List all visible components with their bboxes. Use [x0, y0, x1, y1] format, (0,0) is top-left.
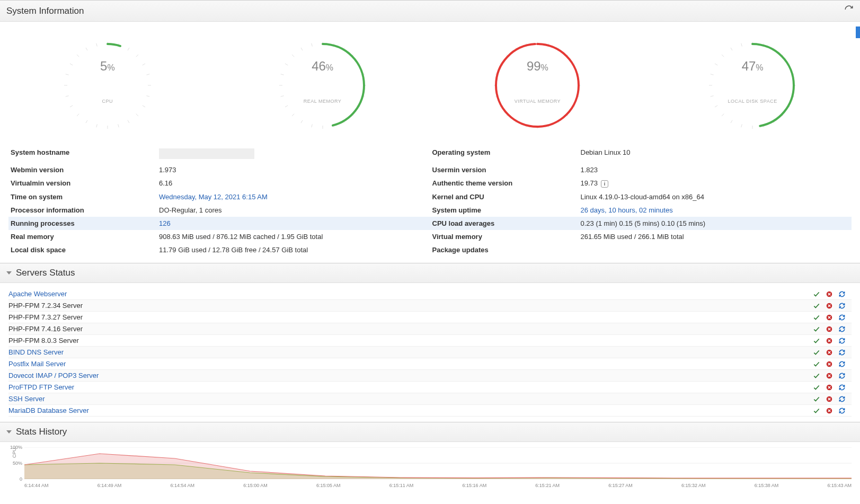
svg-line-14 [86, 120, 87, 123]
chart-xaxis: 6:14:44 AM6:14:49 AM6:14:54 AM6:15:00 AM… [24, 483, 852, 488]
status-running-icon[interactable] [812, 290, 821, 298]
status-running-icon[interactable] [812, 372, 821, 380]
server-actions [812, 348, 852, 357]
info-label: Operating system [432, 148, 581, 161]
status-running-icon[interactable] [812, 325, 821, 333]
restart-icon[interactable] [838, 406, 846, 415]
svg-line-21 [77, 55, 79, 57]
info-cell: Authentic theme version19.73i [430, 176, 852, 190]
info-value: 908.63 MiB used / 876.12 MiB cached / 1.… [159, 233, 428, 241]
stats-history-header[interactable]: Stats History [0, 422, 860, 442]
server-actions [812, 360, 852, 368]
status-running-icon[interactable] [812, 302, 821, 310]
gauge-cpu: 5% CPU [60, 38, 155, 133]
stats-history-panel: CPU 050%100% 6:14:44 AM6:14:49 AM6:14:54… [0, 442, 860, 499]
server-actions [812, 383, 852, 392]
server-name[interactable]: ProFTPD FTP Server [8, 383, 812, 392]
stop-icon[interactable] [825, 406, 834, 415]
status-running-icon[interactable] [812, 337, 821, 345]
restart-icon[interactable] [838, 360, 846, 368]
status-running-icon[interactable] [812, 383, 821, 392]
system-info-table: System hostnameOperating systemDebian Li… [0, 144, 860, 263]
status-running-icon[interactable] [812, 348, 821, 357]
info-label: Local disk space [11, 246, 159, 254]
right-handle[interactable] [856, 26, 860, 38]
server-name: PHP-FPM 7.2.34 Server [8, 301, 812, 310]
stop-icon[interactable] [825, 313, 834, 322]
restart-icon[interactable] [838, 395, 846, 403]
gauge-label: REAL MEMORY [275, 99, 370, 104]
stop-icon[interactable] [825, 372, 834, 380]
info-label: Kernel and CPU [432, 193, 581, 201]
restart-icon[interactable] [838, 325, 846, 333]
svg-line-48 [311, 43, 312, 47]
stop-icon[interactable] [825, 337, 834, 345]
server-name: PHP-FPM 8.0.3 Server [8, 336, 812, 345]
stop-icon[interactable] [825, 383, 834, 392]
info-value: DO-Regular, 1 cores [159, 206, 428, 214]
info-value[interactable]: 26 days, 10 hours, 02 minutes [581, 206, 850, 214]
status-running-icon[interactable] [812, 360, 821, 368]
gauge-value: 47% [705, 59, 800, 74]
restart-icon[interactable] [838, 337, 846, 345]
svg-line-7 [146, 96, 149, 97]
info-cell: Usermin version1.823 [430, 163, 852, 176]
server-actions [812, 313, 852, 322]
stop-icon[interactable] [825, 325, 834, 333]
svg-line-44 [280, 74, 283, 75]
info-label: Authentic theme version [432, 179, 581, 188]
info-value[interactable]: Wednesday, May 12, 2021 6:15 AM [159, 193, 428, 201]
stats-history-title: Stats History [16, 427, 854, 437]
chart-xtick: 6:15:11 AM [389, 483, 414, 488]
servers-status-header[interactable]: Servers Status [0, 263, 860, 283]
info-cell: Package updates [430, 243, 852, 257]
info-cell: Running processes126 [8, 217, 430, 230]
server-name[interactable]: Apache Webserver [8, 289, 812, 298]
restart-icon[interactable] [838, 313, 846, 322]
chart-xtick: 6:14:49 AM [97, 483, 122, 488]
info-value: 19.73i [581, 179, 850, 188]
status-running-icon[interactable] [812, 395, 821, 403]
svg-line-90 [722, 114, 724, 116]
svg-line-47 [301, 48, 303, 50]
info-row: Virtualmin version6.16Authentic theme ve… [8, 176, 852, 190]
svg-line-39 [301, 120, 303, 123]
chart-xtick: 6:15:05 AM [316, 483, 341, 488]
info-icon[interactable]: i [601, 180, 608, 188]
svg-line-16 [70, 105, 73, 107]
stop-icon[interactable] [825, 360, 834, 368]
svg-line-10 [128, 120, 129, 123]
server-name[interactable]: Dovecot IMAP / POP3 Server [8, 371, 812, 380]
info-cell: Time on systemWednesday, May 12, 2021 6:… [8, 190, 430, 204]
chart-xtick: 6:15:00 AM [243, 483, 268, 488]
stop-icon[interactable] [825, 348, 834, 357]
refresh-icon[interactable] [844, 5, 854, 17]
server-name[interactable]: SSH Server [8, 394, 812, 403]
info-value[interactable]: 126 [159, 219, 428, 227]
restart-icon[interactable] [838, 372, 846, 380]
chart-xtick: 6:15:43 AM [827, 483, 852, 488]
svg-line-3 [136, 55, 138, 57]
stop-icon[interactable] [825, 395, 834, 403]
svg-line-23 [96, 43, 97, 47]
restart-icon[interactable] [838, 290, 846, 298]
svg-line-17 [66, 96, 69, 97]
server-name[interactable]: Postfix Mail Server [8, 359, 812, 368]
server-actions [812, 302, 852, 310]
server-actions [812, 395, 852, 403]
server-name[interactable]: BIND DNS Server [8, 348, 812, 357]
server-name[interactable]: MariaDB Database Server [8, 406, 812, 415]
status-running-icon[interactable] [812, 313, 821, 322]
chart-xtick: 6:15:16 AM [463, 483, 487, 488]
info-cell: Virtual memory261.65 MiB used / 266.1 Mi… [430, 230, 852, 243]
restart-icon[interactable] [838, 302, 846, 310]
stop-icon[interactable] [825, 302, 834, 310]
gauge-real-memory: 46% REAL MEMORY [275, 38, 370, 133]
stop-icon[interactable] [825, 290, 834, 298]
svg-line-40 [292, 114, 294, 116]
restart-icon[interactable] [838, 348, 846, 357]
server-actions [812, 372, 852, 380]
status-running-icon[interactable] [812, 406, 821, 415]
restart-icon[interactable] [838, 383, 846, 392]
gauge-value: 99% [490, 59, 585, 74]
